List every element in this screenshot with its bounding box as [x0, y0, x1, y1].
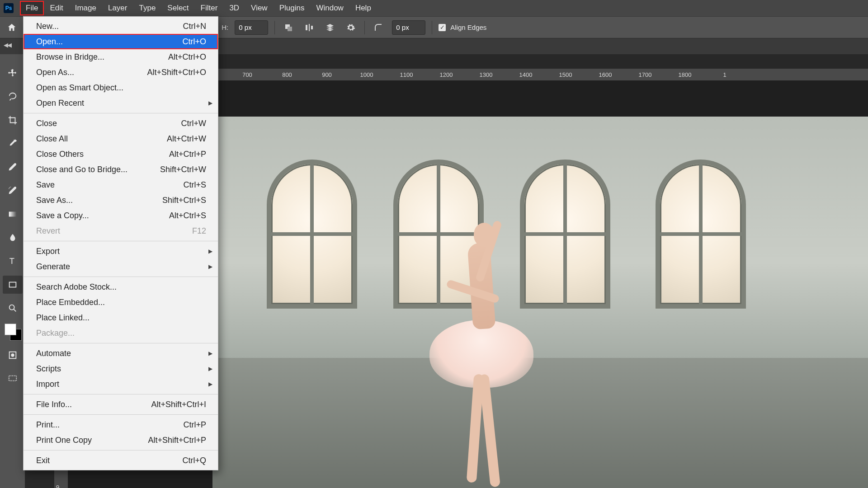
ruler-tick: 1000 [360, 71, 373, 78]
menu-item-new[interactable]: New...Ctrl+N [24, 19, 218, 34]
ballerina-figure [402, 171, 547, 478]
crop-icon [8, 115, 18, 125]
menu-item-shortcut: Ctrl+N [183, 20, 206, 32]
ruler-tick: 1600 [599, 71, 612, 78]
zoom-tool[interactable] [3, 299, 23, 317]
svg-point-8 [9, 305, 14, 310]
corner-radius-input[interactable]: 0 px [392, 20, 425, 35]
menu-item-open-as[interactable]: Open As...Alt+Shift+Ctrl+O [24, 65, 218, 80]
canvas-image [212, 117, 868, 488]
menu-select[interactable]: Select [161, 1, 194, 15]
file-menu-dropdown: New...Ctrl+NOpen...Ctrl+OBrowse in Bridg… [23, 16, 218, 470]
menu-window[interactable]: Window [310, 1, 349, 15]
menu-item-shortcut: Alt+Ctrl+P [169, 148, 206, 160]
ruler-tick: 1400 [519, 71, 533, 78]
menu-image[interactable]: Image [69, 1, 102, 15]
ruler-tick: 1700 [639, 71, 652, 78]
menu-item-shortcut: Ctrl+W [181, 117, 207, 129]
menu-view[interactable]: View [245, 1, 274, 15]
menu-item-print-one-copy[interactable]: Print One CopyAlt+Shift+Ctrl+P [24, 432, 218, 448]
ruler-tick: 900 [322, 71, 332, 78]
foreground-color-swatch[interactable] [5, 324, 16, 335]
foreground-background-colors[interactable] [3, 323, 23, 341]
menu-item-close-and-go-to-bridge[interactable]: Close and Go to Bridge...Shift+Ctrl+W [24, 162, 218, 177]
menu-item-import[interactable]: Import [24, 376, 218, 392]
menu-item-open-as-smart-object[interactable]: Open as Smart Object... [24, 80, 218, 95]
menu-item-export[interactable]: Export [24, 244, 218, 259]
brush-tool[interactable] [3, 158, 23, 176]
menu-item-close[interactable]: CloseCtrl+W [24, 116, 218, 131]
menu-item-open[interactable]: Open...Ctrl+O [24, 34, 218, 49]
menu-3d[interactable]: 3D [223, 1, 245, 15]
path-arrangement-button[interactable] [323, 20, 337, 35]
quick-mask-tool[interactable] [3, 346, 23, 364]
menu-separator [24, 450, 218, 450]
menu-item-shortcut: Ctrl+O [182, 36, 206, 47]
menu-item-shortcut: Alt+Ctrl+O [168, 51, 206, 63]
menu-item-label: Automate [36, 347, 71, 359]
history-brush-tool[interactable] [3, 182, 23, 200]
menu-help[interactable]: Help [349, 1, 377, 15]
smudge-tool[interactable] [3, 229, 23, 247]
screen-mode-tool[interactable] [3, 370, 23, 388]
menu-filter[interactable]: Filter [195, 1, 224, 15]
align-edges-checkbox[interactable]: ✓ Align Edges [439, 23, 486, 31]
menu-file[interactable]: File [20, 1, 44, 15]
menu-item-label: Revert [36, 225, 60, 237]
menu-item-label: Open as Smart Object... [36, 82, 123, 94]
corner-radius-icon [371, 20, 386, 35]
menu-item-search-adobe-stock[interactable]: Search Adobe Stock... [24, 279, 218, 295]
menu-item-shortcut: Ctrl+S [183, 179, 206, 191]
menu-item-exit[interactable]: ExitCtrl+Q [24, 453, 218, 468]
menu-item-save-a-copy[interactable]: Save a Copy...Alt+Ctrl+S [24, 208, 218, 223]
menu-item-shortcut: F12 [192, 225, 206, 237]
menu-item-label: Generate [36, 261, 70, 272]
studio-window [656, 160, 746, 309]
type-tool[interactable]: T [3, 252, 23, 270]
home-button[interactable] [5, 20, 19, 35]
height-input[interactable]: 0 px [235, 20, 268, 35]
gradient-tool[interactable] [3, 205, 23, 223]
path-alignment-button[interactable] [302, 20, 316, 35]
path-operations-button[interactable] [281, 20, 296, 35]
lasso-tool[interactable] [3, 88, 23, 106]
menu-item-save[interactable]: SaveCtrl+S [24, 177, 218, 192]
crop-tool[interactable] [3, 111, 23, 129]
divider [274, 21, 275, 34]
move-tool[interactable] [3, 64, 23, 82]
height-label: H: [222, 23, 228, 31]
menu-item-place-embedded[interactable]: Place Embedded... [24, 295, 218, 310]
menu-item-label: Export [36, 245, 60, 257]
menu-item-automate[interactable]: Automate [24, 346, 218, 361]
menu-item-file-info[interactable]: File Info...Alt+Shift+Ctrl+I [24, 397, 218, 412]
rectangle-tool[interactable] [3, 276, 23, 294]
menu-item-browse-in-bridge[interactable]: Browse in Bridge...Alt+Ctrl+O [24, 49, 218, 65]
menu-item-generate[interactable]: Generate [24, 259, 218, 274]
menu-item-label: Open... [36, 36, 63, 47]
menu-layer[interactable]: Layer [102, 1, 133, 15]
expand-panels-button[interactable]: ◀◀ [4, 42, 11, 48]
menu-item-close-all[interactable]: Close AllAlt+Ctrl+W [24, 131, 218, 146]
shape-options-button[interactable] [344, 20, 358, 35]
menu-item-label: Close and Go to Bridge... [36, 164, 127, 175]
app-logo: Ps [4, 3, 14, 13]
checkbox-checked-icon: ✓ [439, 24, 446, 31]
menu-item-scripts[interactable]: Scripts [24, 361, 218, 376]
menu-plugins[interactable]: Plugins [274, 1, 311, 15]
eyedropper-tool[interactable] [3, 135, 23, 153]
menu-item-label: Place Linked... [36, 312, 90, 324]
tools-panel: T [0, 54, 25, 488]
menu-item-print[interactable]: Print...Ctrl+P [24, 417, 218, 432]
menu-edit[interactable]: Edit [44, 1, 69, 15]
menu-item-label: Scripts [36, 363, 61, 375]
menu-item-shortcut: Ctrl+Q [182, 455, 206, 466]
menu-item-close-others[interactable]: Close OthersAlt+Ctrl+P [24, 146, 218, 162]
menu-type[interactable]: Type [133, 1, 161, 15]
svg-rect-7 [9, 282, 16, 287]
menu-item-shortcut: Alt+Shift+Ctrl+I [151, 399, 206, 410]
menu-item-place-linked[interactable]: Place Linked... [24, 310, 218, 325]
menu-separator [24, 113, 218, 113]
menu-item-open-recent[interactable]: Open Recent [24, 95, 218, 111]
type-icon: T [8, 256, 18, 266]
menu-item-save-as[interactable]: Save As...Shift+Ctrl+S [24, 192, 218, 208]
